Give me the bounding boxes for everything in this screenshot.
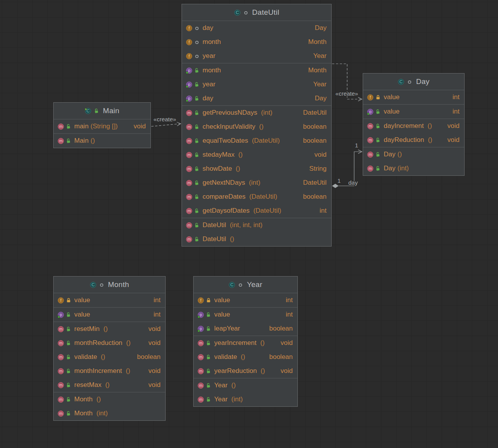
field-row-day[interactable]: fdayDay	[182, 21, 331, 35]
edge-label: day	[348, 179, 358, 186]
class-node-main[interactable]: CMainmmain(String [])voidmMain()	[53, 102, 151, 148]
method-row-compareDates[interactable]: mcompareDates (DateUtil)boolean	[182, 190, 331, 204]
class-node-day[interactable]: CDayfvalueintpvalueintmdayIncrement ()vo…	[363, 73, 465, 176]
method-row-resetMin[interactable]: mresetMin ()void	[54, 322, 165, 336]
public-icon	[66, 124, 71, 129]
method-row-checkInputValidity[interactable]: mcheckInputValidity ()boolean	[182, 120, 331, 134]
method-row-Year[interactable]: mYear (int)	[194, 392, 297, 406]
method-row-Main[interactable]: mMain()	[54, 134, 150, 148]
public-icon	[194, 82, 199, 87]
property-row-year[interactable]: pyearYear	[182, 77, 331, 91]
method-row-validate[interactable]: mvalidate ()boolean	[194, 350, 297, 364]
method-row-monthIncrement[interactable]: mmonthIncrement ()void	[54, 364, 165, 378]
method-row-Month[interactable]: mMonth ()	[54, 392, 165, 406]
member-name: Month	[74, 410, 93, 417]
svg-text:m: m	[187, 124, 191, 129]
edge-dateutil-create-day[interactable]: «create»	[332, 64, 362, 101]
method-row-stedayMax[interactable]: mstedayMax ()void	[182, 148, 331, 162]
class-header[interactable]: CDay	[363, 74, 464, 90]
field-row-month[interactable]: fmonthMonth	[182, 35, 331, 49]
method-icon: m	[186, 166, 192, 172]
property-row-value[interactable]: pvalueint	[363, 105, 464, 119]
method-row-DateUtil[interactable]: mDateUtil ()	[182, 232, 331, 246]
property-row-day[interactable]: pdayDay	[182, 91, 331, 105]
svg-text:p: p	[188, 68, 190, 73]
property-row-month[interactable]: pmonthMonth	[182, 63, 331, 77]
method-row-showDate[interactable]: mshowDate ()String	[182, 162, 331, 176]
svg-text:m: m	[187, 110, 191, 115]
member-type: int	[447, 108, 460, 116]
class-node-month[interactable]: CMonthfvalueintpvalueintmresetMin ()void…	[53, 276, 166, 421]
field-row-value[interactable]: fvalueint	[363, 90, 464, 104]
method-row-validate[interactable]: mvalidate ()boolean	[54, 350, 165, 364]
member-name: getDaysofDates	[203, 207, 250, 215]
member-name: yearReduction	[214, 367, 257, 375]
method-row-getDaysofDates[interactable]: mgetDaysofDates (DateUtil)int	[182, 204, 331, 218]
method-icon: m	[367, 165, 374, 172]
svg-text:p: p	[188, 96, 190, 101]
class-header[interactable]: CYear	[194, 276, 297, 293]
svg-text:m: m	[59, 327, 63, 331]
member-type: void	[143, 325, 161, 333]
method-row-Day[interactable]: mDay(int)	[363, 161, 464, 175]
member-name: year	[203, 80, 215, 88]
method-row-DateUtil[interactable]: mDateUtil (int, int, int)	[182, 218, 331, 232]
class-title: Day	[416, 77, 430, 86]
public-icon	[66, 138, 71, 144]
members-section: pmonthMonthpyearYearpdayDay	[182, 63, 331, 105]
edge-main-create-dateutil[interactable]: «create»	[151, 116, 181, 126]
svg-text:m: m	[199, 383, 203, 388]
method-row-getNextNDays[interactable]: mgetNextNDays (int)DateUtil	[182, 176, 331, 190]
member-name: month	[203, 38, 221, 46]
method-row-resetMax[interactable]: mresetMax ()void	[54, 378, 165, 392]
class-header[interactable]: CMonth	[54, 276, 165, 293]
method-row-monthReduction[interactable]: mmonthReduction ()void	[54, 336, 165, 350]
field-row-value[interactable]: fvalueint	[54, 293, 165, 307]
property-row-value[interactable]: pvalueint	[54, 308, 165, 322]
member-name: leapYear	[214, 325, 240, 332]
property-row-value[interactable]: pvalueint	[194, 308, 297, 322]
method-row-dayIncrement[interactable]: mdayIncrement ()void	[363, 119, 464, 133]
property-row-leapYear[interactable]: pleapYearboolean	[194, 322, 297, 336]
member-type: void	[275, 367, 293, 375]
method-icon: m	[186, 236, 192, 243]
method-row-dayReduction[interactable]: mdayReduction ()void	[363, 133, 464, 147]
class-node-dateutil[interactable]: CDateUtilfdayDayfmonthMonthfyearYearpmon…	[182, 4, 332, 247]
edge-label: 1	[337, 177, 341, 184]
members-section: pvalueintpleapYearboolean	[194, 307, 297, 336]
diagram-canvas[interactable]: «create»«create»11day CDateUtilfdayDayfm…	[0, 0, 498, 448]
method-row-yearIncrement[interactable]: myearIncrement ()void	[194, 336, 297, 350]
method-row-main[interactable]: mmain(String [])void	[54, 119, 150, 133]
method-row-getPreviousNDays[interactable]: mgetPreviousNDays (int)DateUtil	[182, 106, 331, 120]
member-type: Year	[308, 80, 327, 88]
class-node-year[interactable]: CYearfvalueintpvalueintpleapYearbooleanm…	[193, 276, 298, 407]
field-row-year[interactable]: fyearYear	[182, 49, 331, 63]
public-icon	[194, 194, 199, 200]
arrowhead-icon	[358, 97, 362, 101]
method-row-Month[interactable]: mMonth (int)	[54, 406, 165, 420]
svg-text:p: p	[199, 326, 202, 331]
method-icon: m	[186, 152, 192, 158]
class-icon: C	[398, 79, 404, 85]
edge-dateutil-day-composition[interactable]: 11day	[332, 142, 362, 188]
member-name: showDate	[203, 165, 232, 173]
package-local-icon	[407, 79, 412, 84]
method-icon: m	[197, 368, 204, 374]
method-row-equalTwoDates[interactable]: mequalTwoDates (DateUtil)boolean	[182, 134, 331, 148]
members-section: mMain()	[54, 133, 150, 148]
arrowhead-icon	[177, 122, 181, 126]
members-section: fdayDayfmonthMonthfyearYear	[182, 21, 331, 63]
member-type: int	[280, 296, 293, 304]
method-row-Year[interactable]: mYear ()	[194, 378, 297, 392]
class-header[interactable]: CDateUtil	[182, 4, 331, 21]
method-row-yearReduction[interactable]: myearReduction ()void	[194, 364, 297, 378]
field-row-value[interactable]: fvalueint	[194, 293, 297, 307]
class-header[interactable]: CMain	[54, 103, 150, 119]
method-icon: m	[186, 110, 192, 116]
svg-text:m: m	[199, 355, 203, 359]
field-icon: f	[186, 53, 192, 60]
members-section: mresetMin ()voidmmonthReduction ()voidmv…	[54, 322, 165, 392]
method-row-Day[interactable]: mDay()	[363, 147, 464, 161]
member-params: ()	[426, 136, 432, 144]
package-local-icon	[194, 39, 199, 45]
